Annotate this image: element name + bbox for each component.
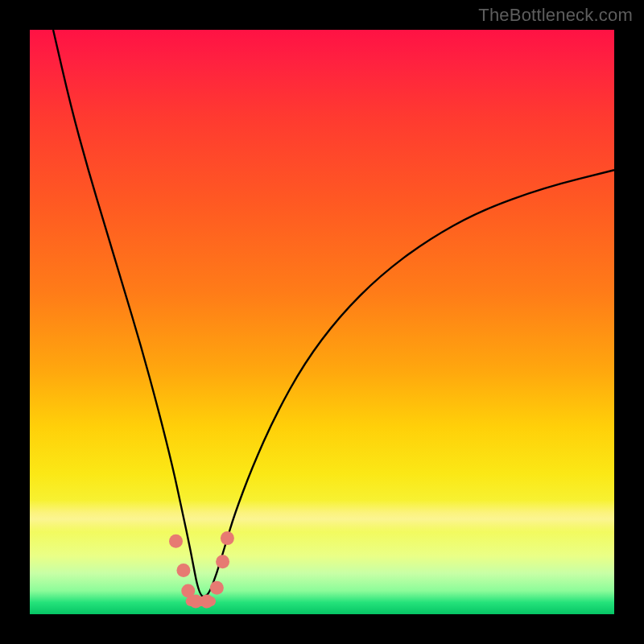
watermark-text: TheBottleneck.com xyxy=(478,5,633,26)
chart-frame: TheBottleneck.com xyxy=(0,0,644,644)
plot-area xyxy=(30,30,614,614)
curve-marker xyxy=(221,531,234,545)
bottleneck-curve xyxy=(53,30,614,597)
curve-marker xyxy=(169,535,183,548)
curve-marker xyxy=(176,564,190,577)
curve-marker xyxy=(210,581,224,595)
curve-marker xyxy=(200,595,213,609)
curve-layer xyxy=(30,30,614,614)
curve-marker xyxy=(216,555,229,568)
